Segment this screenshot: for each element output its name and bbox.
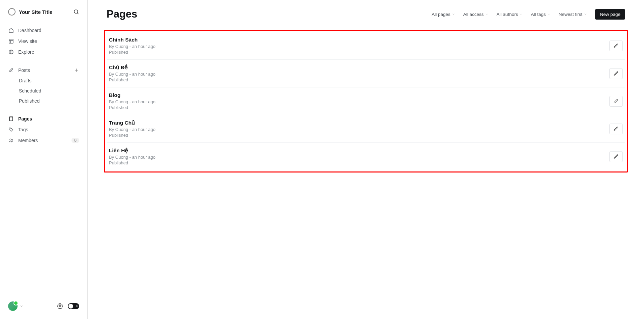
- edit-page-button[interactable]: [609, 124, 623, 134]
- filter-tags[interactable]: All tags: [531, 12, 550, 17]
- members-count-badge: 0: [71, 138, 79, 143]
- pencil-icon: [613, 126, 619, 132]
- posts-subnav: Drafts Scheduled Published: [0, 76, 87, 106]
- sidebar-item-posts-row: Posts: [0, 65, 87, 76]
- sun-icon: ☀: [76, 304, 78, 308]
- filter-authors[interactable]: All authors: [497, 12, 523, 17]
- settings-button[interactable]: [57, 303, 63, 309]
- sidebar-header: Your Site Title: [0, 8, 87, 16]
- page-meta: By Cuong - an hour ago: [109, 127, 155, 132]
- sidebar-item-dashboard[interactable]: Dashboard: [0, 25, 87, 36]
- sidebar-item-pages[interactable]: Pages: [0, 113, 87, 124]
- page-row[interactable]: Trang ChủBy Cuong - an hour agoPublished: [107, 115, 625, 143]
- sidebar-item-label: Tags: [18, 127, 28, 132]
- new-page-button[interactable]: New page: [595, 9, 625, 20]
- tag-icon: [8, 127, 14, 133]
- chevron-down-icon: [547, 12, 551, 16]
- page-icon: [8, 116, 14, 122]
- pencil-icon: [613, 99, 619, 104]
- chevron-down-icon: [20, 304, 24, 308]
- svg-point-12: [10, 128, 10, 129]
- site-title-text: Your Site Title: [19, 9, 52, 15]
- pages-list: Chính SáchBy Cuong - an hour agoPublishe…: [104, 30, 628, 172]
- page-status: Published: [109, 133, 155, 138]
- filter-sort[interactable]: Newest first: [559, 12, 587, 17]
- filter-label: All pages: [432, 12, 450, 17]
- home-icon: [8, 27, 14, 33]
- page-name: Chính Sách: [109, 37, 155, 43]
- page-row[interactable]: Chủ ĐềBy Cuong - an hour agoPublished: [107, 60, 625, 87]
- edit-page-button[interactable]: [609, 151, 623, 162]
- sidebar-item-tags[interactable]: Tags: [0, 124, 87, 135]
- sidebar-item-members[interactable]: Members 0: [0, 135, 87, 146]
- site-logo-icon: [8, 8, 16, 16]
- page-name: Liên Hệ: [109, 148, 155, 154]
- page-status: Published: [109, 105, 155, 110]
- page-meta: By Cuong - an hour ago: [109, 99, 155, 104]
- gear-icon: [57, 303, 63, 309]
- sidebar-item-view-site[interactable]: View site: [0, 36, 87, 47]
- page-name: Trang Chủ: [109, 120, 155, 126]
- page-row[interactable]: Chính SáchBy Cuong - an hour agoPublishe…: [107, 32, 625, 60]
- sidebar-item-label: Pages: [18, 116, 32, 122]
- search-icon: [73, 9, 79, 15]
- filter-label: All access: [463, 12, 484, 17]
- svg-point-13: [10, 139, 11, 140]
- svg-point-14: [12, 139, 13, 140]
- filter-label: Newest first: [559, 12, 583, 17]
- page-meta: By Cuong - an hour ago: [109, 72, 155, 77]
- page-name: Chủ Đề: [109, 64, 155, 71]
- members-icon: [8, 137, 14, 143]
- plus-icon: [74, 68, 79, 73]
- site-title[interactable]: Your Site Title: [8, 8, 52, 16]
- sidebar-footer: ☀: [0, 301, 87, 311]
- pencil-icon: [613, 154, 619, 159]
- footer-icons: ☀: [57, 303, 79, 309]
- sidebar-item-scheduled[interactable]: Scheduled: [19, 86, 87, 96]
- sidebar-item-label: Members: [18, 138, 38, 143]
- page-info: Chủ ĐềBy Cuong - an hour agoPublished: [109, 64, 155, 82]
- edit-page-button[interactable]: [609, 96, 623, 107]
- svg-point-15: [59, 305, 61, 307]
- page-info: BlogBy Cuong - an hour agoPublished: [109, 92, 155, 110]
- nav-section-main: Dashboard View site Explore: [0, 25, 87, 57]
- filter-pages[interactable]: All pages: [432, 12, 455, 17]
- sidebar-item-label: Dashboard: [18, 28, 41, 33]
- edit-page-button[interactable]: [609, 41, 623, 51]
- page-row[interactable]: Liên HệBy Cuong - an hour agoPublished: [107, 143, 625, 170]
- chevron-down-icon: [485, 12, 489, 16]
- page-title: Pages: [107, 8, 137, 20]
- page-info: Chính SáchBy Cuong - an hour agoPublishe…: [109, 37, 155, 55]
- avatar: [8, 301, 18, 311]
- svg-rect-2: [9, 39, 13, 43]
- sidebar-item-explore[interactable]: Explore: [0, 47, 87, 57]
- filter-access[interactable]: All access: [463, 12, 489, 17]
- main-content: Pages All pages All access All authors: [88, 0, 644, 319]
- theme-toggle[interactable]: ☀: [68, 303, 79, 309]
- globe-icon: [8, 49, 14, 55]
- sidebar-item-label: View site: [18, 38, 37, 44]
- sidebar-item-posts[interactable]: Posts: [0, 65, 38, 76]
- nav-section-content: Posts Drafts Scheduled Published: [0, 65, 87, 106]
- sidebar-item-drafts[interactable]: Drafts: [19, 76, 87, 86]
- page-name: Blog: [109, 92, 155, 98]
- page-row[interactable]: BlogBy Cuong - an hour agoPublished: [107, 87, 625, 115]
- search-button[interactable]: [73, 9, 79, 15]
- sidebar-item-published[interactable]: Published: [19, 96, 87, 106]
- edit-page-button[interactable]: [609, 68, 623, 79]
- main-header: Pages All pages All access All authors: [104, 8, 628, 20]
- page-meta: By Cuong - an hour ago: [109, 155, 155, 160]
- sidebar-item-label: Explore: [18, 49, 34, 55]
- filter-label: All tags: [531, 12, 546, 17]
- page-meta: By Cuong - an hour ago: [109, 44, 155, 49]
- filters-bar: All pages All access All authors: [432, 9, 625, 20]
- nav-section-site: Pages Tags Members 0: [0, 113, 87, 146]
- chevron-down-icon: [584, 12, 587, 16]
- svg-rect-10: [9, 117, 12, 121]
- user-menu[interactable]: [8, 301, 24, 311]
- page-status: Published: [109, 50, 155, 55]
- page-info: Trang ChủBy Cuong - an hour agoPublished: [109, 120, 155, 138]
- new-post-button[interactable]: [74, 68, 79, 73]
- filter-label: All authors: [497, 12, 518, 17]
- edit-icon: [8, 67, 14, 73]
